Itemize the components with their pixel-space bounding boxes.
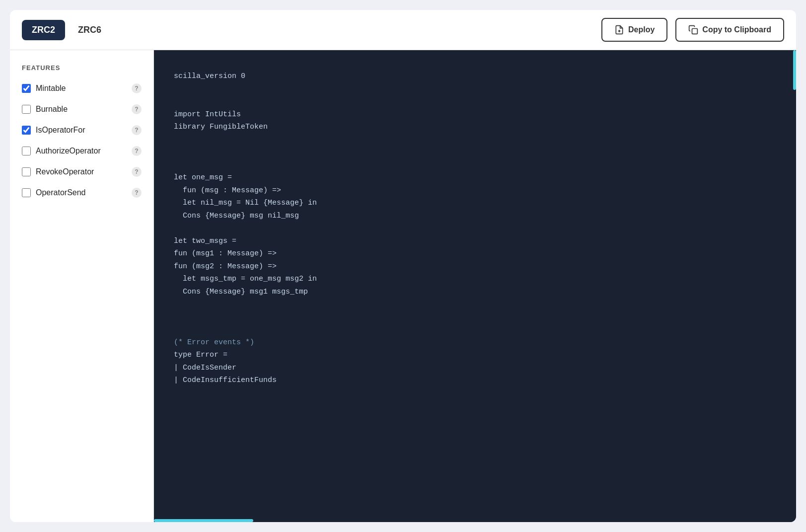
feature-item-mintable: Mintable ?	[22, 83, 142, 93]
mintable-checkbox[interactable]	[22, 84, 31, 93]
code-panel[interactable]: scilla_version 0 import IntUtils library…	[154, 50, 796, 522]
vertical-scrollbar[interactable]	[793, 50, 796, 522]
header: ZRC2 ZRC6 Deploy Copy to Clipboard	[10, 10, 796, 50]
header-actions: Deploy Copy to Clipboard	[601, 18, 784, 42]
horizontal-scrollbar[interactable]	[154, 519, 796, 522]
deploy-button[interactable]: Deploy	[601, 18, 667, 42]
header-tabs: ZRC2 ZRC6	[22, 20, 106, 40]
vertical-scrollbar-thumb[interactable]	[793, 50, 796, 90]
burnable-checkbox[interactable]	[22, 105, 31, 114]
tab-zrc6[interactable]: ZRC6	[73, 20, 106, 40]
burnable-label: Burnable	[36, 105, 127, 114]
code-text: scilla_version 0 import IntUtils library…	[174, 70, 776, 387]
code-editor[interactable]: scilla_version 0 import IntUtils library…	[154, 50, 796, 522]
isoperatorfor-checkbox[interactable]	[22, 126, 31, 135]
horizontal-scrollbar-thumb[interactable]	[154, 519, 253, 522]
operatorsend-checkbox[interactable]	[22, 188, 31, 197]
feature-item-burnable: Burnable ?	[22, 104, 142, 114]
revokeoperator-label: RevokeOperator	[36, 167, 127, 176]
mintable-help-icon[interactable]: ?	[132, 83, 142, 93]
clipboard-label: Copy to Clipboard	[702, 25, 771, 34]
feature-item-authorizeoperator: AuthorizeOperator ?	[22, 146, 142, 156]
main-content: FEATURES Mintable ? Burnable ? IsOperato…	[10, 50, 796, 522]
clipboard-icon	[688, 25, 698, 35]
copy-to-clipboard-button[interactable]: Copy to Clipboard	[675, 18, 784, 42]
feature-item-revokeoperator: RevokeOperator ?	[22, 167, 142, 177]
burnable-help-icon[interactable]: ?	[132, 104, 142, 114]
revokeoperator-help-icon[interactable]: ?	[132, 167, 142, 177]
feature-item-operatorsend: OperatorSend ?	[22, 188, 142, 198]
deploy-icon	[614, 25, 624, 35]
isoperatorfor-help-icon[interactable]: ?	[132, 125, 142, 135]
svg-rect-2	[692, 29, 698, 34]
tab-zrc2[interactable]: ZRC2	[22, 20, 65, 40]
features-title: FEATURES	[22, 64, 142, 72]
operatorsend-label: OperatorSend	[36, 188, 127, 197]
authorizeoperator-help-icon[interactable]: ?	[132, 146, 142, 156]
revokeoperator-checkbox[interactable]	[22, 167, 31, 176]
sidebar: FEATURES Mintable ? Burnable ? IsOperato…	[10, 50, 154, 522]
operatorsend-help-icon[interactable]: ?	[132, 188, 142, 198]
feature-item-isoperatorfor: IsOperatorFor ?	[22, 125, 142, 135]
mintable-label: Mintable	[36, 84, 127, 93]
authorizeoperator-label: AuthorizeOperator	[36, 147, 127, 155]
isoperatorfor-label: IsOperatorFor	[36, 126, 127, 135]
authorizeoperator-checkbox[interactable]	[22, 147, 31, 155]
deploy-label: Deploy	[628, 25, 655, 34]
app-container: ZRC2 ZRC6 Deploy Copy to Clipboard	[0, 0, 806, 532]
